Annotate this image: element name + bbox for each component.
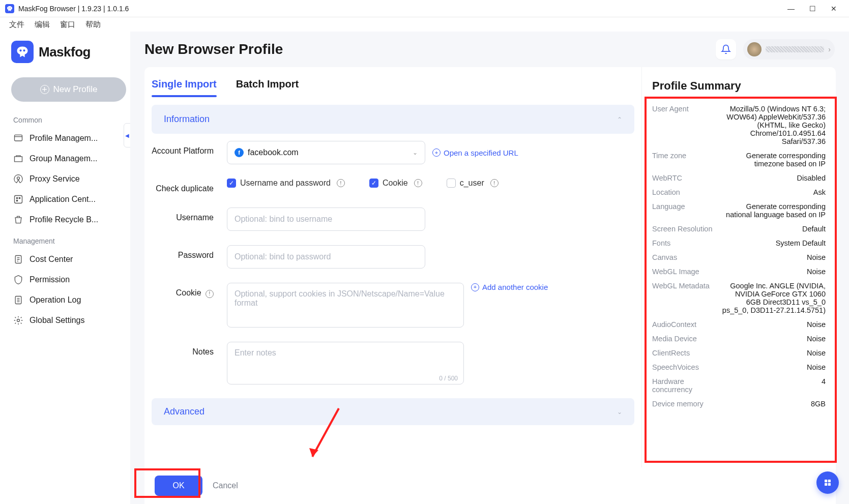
tab-single-import[interactable]: Single Import — [152, 74, 217, 97]
open-url-label: Open a specified URL — [444, 149, 518, 157]
maximize-button[interactable]: ☐ — [806, 5, 818, 13]
sidebar-collapse-handle[interactable]: ◀ — [124, 123, 131, 147]
close-button[interactable]: ✕ — [828, 5, 840, 13]
svg-rect-4 — [19, 197, 20, 199]
summary-row: Time zoneGenerate corresponding timezone… — [652, 149, 826, 171]
summary-row: Media DeviceNoise — [652, 332, 826, 346]
sidebar-item[interactable]: Application Cent... — [11, 189, 121, 210]
summary-value: Generate corresponding national language… — [718, 202, 826, 219]
ok-button[interactable]: OK — [155, 476, 202, 496]
plus-circle-icon: + — [471, 283, 479, 291]
summary-value: Disabled — [718, 174, 826, 182]
menu-file[interactable]: 文件 — [4, 19, 30, 31]
nav-item-label: Operation Log — [30, 295, 81, 305]
user-menu[interactable]: › — [743, 39, 835, 60]
minimize-button[interactable]: — — [785, 5, 797, 13]
password-input[interactable] — [227, 245, 425, 269]
summary-value: Noise — [718, 363, 826, 371]
menu-window[interactable]: 窗口 — [55, 19, 80, 31]
svg-rect-0 — [15, 135, 22, 141]
checkbox-cookie[interactable]: ✓ Cookie ! — [369, 179, 422, 188]
checkbox-username-password[interactable]: ✓ Username and password ! — [227, 179, 345, 188]
svg-rect-11 — [825, 483, 827, 486]
add-another-cookie-link[interactable]: + Add another cookie — [471, 283, 548, 291]
summary-key: AudioContext — [652, 320, 718, 329]
info-icon[interactable]: ! — [206, 290, 214, 298]
summary-row: Hardware concurrency4 — [652, 374, 826, 397]
nav-icon — [13, 174, 23, 184]
brand-text: Maskfog — [39, 44, 91, 60]
sidebar-item[interactable]: Group Managem... — [11, 149, 121, 169]
summary-row: LanguageGenerate corresponding national … — [652, 199, 826, 222]
cookie-label: Cookie ! — [152, 283, 227, 298]
summary-value: Noise — [718, 320, 826, 329]
summary-key: WebGL Metadata — [652, 282, 718, 314]
checkbox-icon — [447, 179, 456, 188]
open-specified-url-link[interactable]: + Open a specified URL — [432, 149, 518, 157]
summary-row: CanvasNoise — [652, 250, 826, 264]
form-column: Single Import Batch Import Information ⌃… — [144, 67, 641, 504]
platform-value: facebook.com — [248, 148, 413, 157]
tab-batch-import[interactable]: Batch Import — [236, 74, 299, 97]
sidebar-item[interactable]: Global Settings — [11, 310, 121, 331]
info-icon[interactable]: ! — [337, 179, 345, 187]
cookie-input[interactable] — [227, 283, 464, 328]
summary-row: Screen ResolutionDefault — [652, 222, 826, 236]
account-platform-select[interactable]: f facebook.com ⌄ — [227, 141, 425, 164]
summary-value: Noise — [718, 253, 826, 261]
footer: OK Cancel — [144, 467, 836, 504]
svg-rect-12 — [828, 483, 831, 486]
nav-icon — [13, 275, 23, 285]
username-obscured — [766, 46, 824, 52]
summary-row: ClientRectsNoise — [652, 346, 826, 360]
nav-item-label: Profile Managem... — [30, 134, 98, 143]
summary-row: WebGL MetadataGoogle Inc. ANGLE (NVIDIA,… — [652, 279, 826, 317]
summary-row: WebGL ImageNoise — [652, 264, 826, 279]
summary-row: Device memory8GB — [652, 397, 826, 411]
notifications-button[interactable] — [716, 39, 736, 60]
section-information[interactable]: Information ⌃ — [152, 105, 634, 134]
svg-rect-5 — [16, 200, 18, 201]
nav-section-title: Common — [13, 116, 121, 124]
window-controls: — ☐ ✕ — [785, 5, 844, 13]
section-advanced[interactable]: Advanced ⌄ — [152, 398, 634, 425]
account-platform-label: Account Platform — [152, 141, 227, 156]
summary-key: Canvas — [652, 253, 718, 261]
sidebar-item[interactable]: Profile Managem... — [11, 128, 121, 149]
nav-icon — [13, 254, 23, 264]
sidebar-item[interactable]: Proxy Service — [11, 169, 121, 189]
menu-help[interactable]: 帮助 — [80, 19, 106, 31]
menu-edit[interactable]: 编辑 — [30, 19, 55, 31]
nav-icon — [13, 315, 23, 325]
summary-key: Device memory — [652, 400, 718, 408]
sidebar-item[interactable]: Operation Log — [11, 290, 121, 310]
titlebar: MaskFog Browser | 1.9.23 | 1.0.1.6 — ☐ ✕ — [0, 0, 849, 17]
add-cookie-label: Add another cookie — [482, 283, 548, 291]
nav-item-label: Permission — [30, 275, 70, 284]
sidebar-item[interactable]: Cost Center — [11, 249, 121, 270]
notes-input[interactable] — [227, 342, 464, 384]
summary-value: Default — [718, 225, 826, 233]
chevron-down-icon: ⌄ — [413, 149, 418, 156]
nav-item-label: Profile Recycle B... — [30, 215, 98, 224]
summary-row: WebRTCDisabled — [652, 171, 826, 185]
help-fab[interactable] — [816, 471, 839, 494]
sidebar-item[interactable]: Permission — [11, 270, 121, 290]
sidebar-item[interactable]: Profile Recycle B... — [11, 210, 121, 230]
summary-key: SpeechVoices — [652, 363, 718, 371]
info-icon[interactable]: ! — [414, 179, 422, 187]
summary-key: Fonts — [652, 239, 718, 247]
info-icon[interactable]: ! — [490, 179, 499, 187]
nav-icon — [13, 295, 23, 305]
checkbox-cuser[interactable]: c_user ! — [447, 179, 499, 188]
cancel-button[interactable]: Cancel — [213, 481, 238, 490]
cb1-label: Username and password — [240, 179, 331, 188]
summary-value: System Default — [718, 239, 826, 247]
summary-value: Noise — [718, 268, 826, 276]
cb2-label: Cookie — [383, 179, 408, 188]
username-input[interactable] — [227, 207, 425, 231]
summary-value: 8GB — [718, 400, 826, 408]
summary-value: Ask — [718, 188, 826, 196]
new-profile-button[interactable]: + New Profile — [11, 77, 126, 102]
page-title: New Browser Profile — [144, 41, 716, 57]
